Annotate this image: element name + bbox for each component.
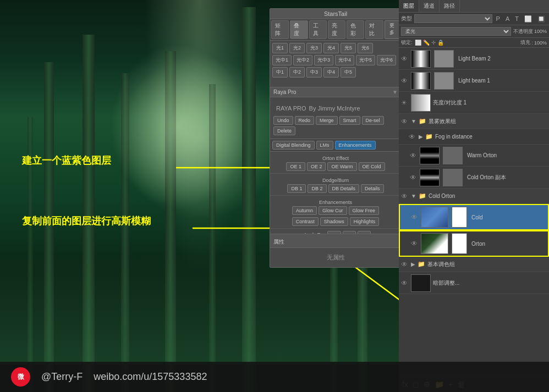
layers-tab-paths[interactable]: 路径 <box>440 0 460 12</box>
db2-btn[interactable]: DB 2 <box>308 184 326 193</box>
visibility-icon-3[interactable]: ☀ <box>401 99 410 107</box>
blend-mode-select[interactable]: 柔光 <box>401 27 511 36</box>
starstail-midlight-3[interactable]: 光中3 <box>314 55 333 65</box>
filter-icon-5[interactable]: 🔲 <box>536 15 547 23</box>
group-header-basic-color[interactable]: 👁 ▶ 📁 基本调色组 <box>399 257 549 272</box>
glow-cur-btn[interactable]: Glow Cur <box>319 206 347 215</box>
group-arrow-cold-orton[interactable]: ▼ <box>411 193 416 199</box>
visibility-icon-cold-orton-group[interactable]: 👁 <box>401 192 410 200</box>
details-btn[interactable]: Details <box>361 184 384 193</box>
visibility-icon-1[interactable]: 👁 <box>401 55 410 63</box>
starstail-midlight-2[interactable]: 光中2 <box>293 55 312 65</box>
layer-item-cold[interactable]: 👁 Cold <box>399 204 549 230</box>
filter-icon-2[interactable]: A <box>504 15 511 23</box>
raya-smart-btn[interactable]: Smart <box>339 116 360 125</box>
raya-collapse-btn[interactable]: ▼ <box>392 89 398 95</box>
shadows-btn[interactable]: Shadows <box>320 217 348 226</box>
visibility-icon-2[interactable]: 👁 <box>401 77 410 85</box>
contrast-btn[interactable]: Contrast <box>292 217 319 226</box>
visibility-icon-basic-color[interactable]: 👁 <box>401 261 410 268</box>
raya-tab-enhancements[interactable]: Enhancements <box>335 141 376 150</box>
autumn-btn[interactable]: Autumn <box>292 206 317 215</box>
opacity-value[interactable]: 100% <box>534 29 547 34</box>
layers-tab-layers[interactable]: 图层 <box>399 0 419 12</box>
starstail-tab-color[interactable]: 色彩 <box>347 20 364 39</box>
layer-item-dark-adj[interactable]: 👁 暗部调整... <box>399 272 549 294</box>
ground-mist <box>0 255 399 365</box>
visibility-icon-orton[interactable]: 👁 <box>411 240 420 247</box>
layer-thumb-cold-main <box>421 207 448 228</box>
group-header-fog[interactable]: 👁 ▶ 📁 Fog in distance <box>399 129 549 145</box>
raya-tab-digital[interactable]: Digital Blending <box>272 141 315 150</box>
starstail-light-6[interactable]: 光6 <box>358 43 373 53</box>
oe1-btn[interactable]: OE 1 <box>286 162 305 171</box>
fill-value[interactable]: 100% <box>534 40 547 46</box>
starstail-light-5[interactable]: 光5 <box>341 43 356 53</box>
starstail-mid-1[interactable]: 中1 <box>272 67 288 78</box>
starstail-more-btn[interactable]: 更多 <box>385 20 400 39</box>
visibility-icon-cold-orton-copy[interactable]: 👁 <box>410 174 419 181</box>
starstail-midlight-1[interactable]: 光中1 <box>272 55 292 65</box>
raya-undo-btn[interactable]: Undo <box>273 116 293 125</box>
starstail-midlight-6[interactable]: 光中6 <box>377 55 396 65</box>
lock-position-icon[interactable]: ✛ <box>431 40 436 46</box>
starstail-tab-brightness[interactable]: 亮度 <box>328 20 345 39</box>
starstail-mid-3[interactable]: 中3 <box>306 67 322 78</box>
layer-item-brightness[interactable]: ☀ 亮度/对比度 1 <box>399 92 549 114</box>
lock-all-icon[interactable]: 🔒 <box>437 40 444 46</box>
starstail-light-3[interactable]: 光3 <box>306 43 322 53</box>
layer-item-light-beam-2[interactable]: 👁 Light Beam 2 <box>399 48 549 70</box>
starstail-tab-matrix[interactable]: 矩阵 <box>271 20 289 39</box>
layer-item-warm-orton[interactable]: 👁 Warm Orton <box>399 145 549 167</box>
lock-transparent-icon[interactable]: ⬜ <box>415 40 421 46</box>
visibility-icon-cold[interactable]: 👁 <box>411 213 420 221</box>
raya-tab-lms[interactable]: LMs <box>316 141 333 150</box>
group-arrow-morning-mist[interactable]: ▼ <box>411 118 416 124</box>
fill-label: 填充 <box>520 39 530 46</box>
visibility-icon-warm-orton[interactable]: 👁 <box>410 152 419 159</box>
starstail-light-1[interactable]: 光1 <box>272 43 288 53</box>
highlights-btn[interactable]: Highlights <box>350 217 380 226</box>
starstail-midlight-4[interactable]: 光中4 <box>335 55 354 65</box>
glow-free-btn[interactable]: Glow Free <box>349 206 380 215</box>
raya-merge-btn[interactable]: Merge <box>316 116 338 125</box>
starstail-tab-overlay[interactable]: 叠度 <box>290 20 308 39</box>
group-header-cold-orton[interactable]: 👁 ▼ 📁 Cold Orton <box>399 189 549 204</box>
group-arrow-basic-color[interactable]: ▶ <box>411 261 415 267</box>
lock-pixels-icon[interactable]: ✏️ <box>423 40 430 46</box>
starstail-light-4[interactable]: 光4 <box>323 43 339 53</box>
starstail-tab-tools[interactable]: 工具 <box>309 20 327 39</box>
raya-title-text: Raya Pro <box>273 89 297 95</box>
layers-type-select[interactable] <box>414 14 492 23</box>
raya-redo-btn[interactable]: Redo <box>295 116 315 125</box>
visibility-icon-fog[interactable]: 👁 <box>409 133 418 141</box>
starstail-mid-2[interactable]: 中2 <box>289 67 305 78</box>
properties-title: 属性 <box>273 239 284 245</box>
layer-thumb-warm-orton-main <box>420 147 440 164</box>
raya-delete-btn[interactable]: Delete <box>273 126 295 135</box>
filter-icon-4[interactable]: ⬜ <box>523 15 534 23</box>
group-arrow-fog[interactable]: ▶ <box>419 134 423 140</box>
layer-item-light-beam-1[interactable]: 👁 Light beam 1 <box>399 70 549 92</box>
filter-icon-3[interactable]: T <box>513 15 520 23</box>
starstail-light-2[interactable]: 光2 <box>289 43 305 53</box>
layer-item-cold-orton-copy[interactable]: 👁 Cold Orton 副本 <box>399 167 549 189</box>
starstail-midlight-5[interactable]: 光中5 <box>356 55 375 65</box>
filter-icon-1[interactable]: P <box>495 15 502 23</box>
group-name-basic-color: 基本调色组 <box>427 261 455 268</box>
raya-desel-btn[interactable]: De-sel <box>362 116 384 125</box>
layer-name-brightness: 亮度/对比度 1 <box>433 99 547 107</box>
oe-cold-btn[interactable]: OE Cold <box>359 162 385 171</box>
layer-item-orton[interactable]: 👁 Orton <box>399 230 549 257</box>
starstail-mid-5[interactable]: 中5 <box>341 67 356 78</box>
visibility-icon-group1[interactable]: 👁 <box>401 118 410 125</box>
layers-tab-channels[interactable]: 通道 <box>419 0 440 12</box>
starstail-tab-contrast[interactable]: 对比 <box>365 20 383 39</box>
group-header-morning-mist[interactable]: 👁 ▼ 📁 晨雾效果组 <box>399 114 549 129</box>
oe-warm-btn[interactable]: OE Warm <box>327 162 356 171</box>
visibility-icon-dark-adj[interactable]: 👁 <box>401 279 410 287</box>
starstail-mid-4[interactable]: 中4 <box>323 67 339 78</box>
db1-btn[interactable]: DB 1 <box>287 184 306 193</box>
oe2-btn[interactable]: OE 2 <box>307 162 326 171</box>
db-details-btn[interactable]: DB Details <box>328 184 360 193</box>
